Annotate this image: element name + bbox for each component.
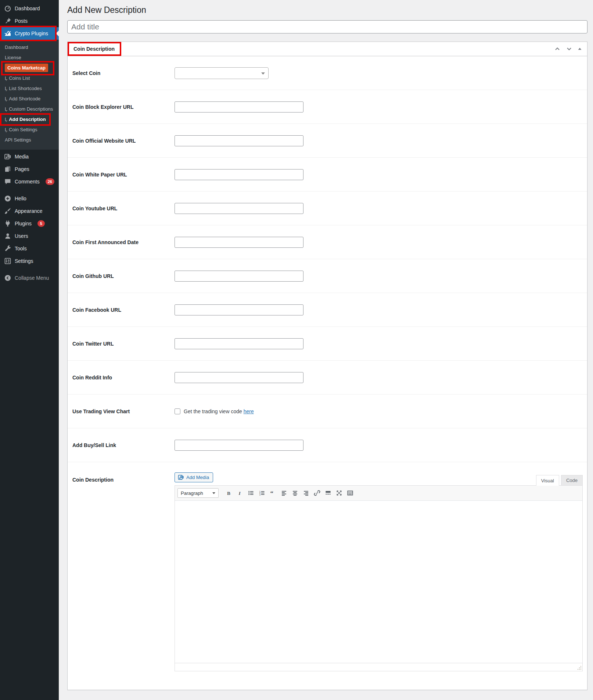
- field-label: Coin Block Explorer URL: [72, 104, 175, 110]
- form-row-use-trading-view-chart: Use Trading View ChartGet the trading vi…: [68, 394, 587, 428]
- editor-mode-tabs: VisualCode: [536, 475, 583, 485]
- submenu-prefix-glyph: Ļ: [5, 86, 7, 91]
- form-rows: Select CoinCoin Block Explorer URLCoin O…: [68, 56, 587, 690]
- sidebar-item-comments[interactable]: Comments26: [0, 175, 59, 188]
- field-control: [175, 372, 583, 383]
- field-label: Coin Description: [72, 472, 175, 483]
- field-label: Coin White Paper URL: [72, 172, 175, 178]
- coin-block-explorer-url-input[interactable]: [175, 101, 303, 113]
- sidebar-subitem-coin-settings[interactable]: ĻCoin Settings: [0, 125, 59, 135]
- sidebar-item-plugins[interactable]: Plugins5: [0, 217, 59, 230]
- sidebar-item-posts[interactable]: Posts: [0, 15, 59, 27]
- editor-content-area[interactable]: [175, 501, 582, 663]
- media-icon: [4, 153, 11, 160]
- sidebar-subitem-coins-list[interactable]: ĻCoins List: [0, 73, 59, 83]
- italic-button[interactable]: I: [235, 488, 245, 498]
- coin-youtube-url-input[interactable]: [175, 203, 303, 214]
- add-buy-sell-link-input[interactable]: [175, 440, 303, 451]
- sidebar-subitem-add-shortcode[interactable]: ĻAdd Shortcode: [0, 94, 59, 104]
- move-up-button[interactable]: [553, 45, 561, 53]
- count-badge: 26: [46, 178, 54, 185]
- use-trading-view-chart-checkbox[interactable]: [175, 408, 180, 414]
- paragraph-format-label: Paragraph: [181, 490, 203, 496]
- field-control: [175, 67, 583, 79]
- tab-visual[interactable]: Visual: [536, 475, 559, 486]
- field-label: Coin Facebook URL: [72, 307, 175, 313]
- sidebar-item-label: Settings: [15, 258, 33, 264]
- toggle-panel-button[interactable]: [577, 46, 583, 52]
- move-down-button[interactable]: [565, 45, 573, 53]
- read-more-button[interactable]: [323, 488, 333, 498]
- sidebar-subitem-dashboard[interactable]: Dashboard: [0, 42, 59, 53]
- select-coin-dropdown[interactable]: [175, 67, 269, 79]
- coin-white-paper-url-input[interactable]: [175, 169, 303, 180]
- sidebar-item-dashboard[interactable]: Dashboard: [0, 2, 59, 15]
- sidebar-subitem-coins-marketcap[interactable]: Coins Marketcap: [0, 63, 59, 73]
- numbered-list-button[interactable]: 123: [257, 488, 267, 498]
- chevron-down-icon: [212, 492, 215, 494]
- blockquote-button[interactable]: “: [268, 488, 278, 498]
- coin-reddit-info-input[interactable]: [175, 372, 303, 383]
- sidebar-item-users[interactable]: Users: [0, 230, 59, 242]
- annotation-box-metabox-title: Coin Description: [68, 42, 121, 56]
- paragraph-format-dropdown[interactable]: Paragraph: [177, 488, 219, 498]
- coin-official-website-url-input[interactable]: [175, 135, 303, 146]
- crypto-plugins-submenu: DashboardLicenseCoins MarketcapĻCoins Li…: [0, 40, 59, 150]
- sidebar-subitem-add-description[interactable]: ĻAdd Description: [0, 114, 59, 125]
- sidebar-item-label: Pages: [15, 166, 29, 172]
- sidebar-subitem-custom-descriptions[interactable]: ĻCustom Descriptions: [0, 104, 59, 114]
- submenu-item-label: Coins Marketcap: [5, 64, 48, 72]
- form-row-coin-youtube-url: Coin Youtube URL: [68, 192, 587, 225]
- bullet-list-button[interactable]: [246, 488, 256, 498]
- sidebar-item-collapse-menu[interactable]: Collapse Menu: [0, 272, 59, 284]
- sidebar-subitem-list-shortcodes[interactable]: ĻList Shortcodes: [0, 83, 59, 94]
- field-label: Coin First Announced Date: [72, 239, 175, 245]
- collapse-arrow-icon: [4, 274, 11, 282]
- chevron-down-icon: [566, 46, 572, 52]
- submenu-prefix-glyph: Ļ: [5, 117, 7, 122]
- toolbar-toggle-button[interactable]: [345, 488, 355, 498]
- link-button[interactable]: [312, 488, 322, 498]
- align-center-icon: [292, 490, 298, 496]
- media-note-icon: [178, 474, 184, 481]
- align-left-button[interactable]: [279, 488, 289, 498]
- sidebar-item-pages[interactable]: Pages: [0, 163, 59, 175]
- add-media-button[interactable]: Add Media: [175, 472, 213, 482]
- metabox-title: Coin Description: [73, 46, 115, 52]
- sidebar-item-hello[interactable]: Hello: [0, 192, 59, 205]
- field-control: [175, 237, 583, 248]
- sidebar-item-media[interactable]: Media: [0, 150, 59, 163]
- tab-code[interactable]: Code: [561, 475, 583, 485]
- coin-github-url-input[interactable]: [175, 271, 303, 282]
- coin-twitter-url-input[interactable]: [175, 338, 303, 349]
- brush-icon: [4, 207, 11, 215]
- sidebar-item-label: Posts: [15, 18, 28, 24]
- fullscreen-button[interactable]: [334, 488, 344, 498]
- coin-first-announced-date-input[interactable]: [175, 237, 303, 248]
- title-input[interactable]: [67, 20, 587, 33]
- add-media-label: Add Media: [186, 475, 209, 480]
- field-label: Use Trading View Chart: [72, 408, 175, 414]
- sidebar-item-tools[interactable]: Tools: [0, 242, 59, 255]
- submenu-item-label: List Shortcodes: [9, 86, 42, 91]
- trading-view-code-link[interactable]: here: [244, 408, 254, 414]
- sidebar-subitem-license[interactable]: License: [0, 53, 59, 63]
- sidebar-item-crypto-plugins[interactable]: Crypto Plugins: [0, 27, 59, 40]
- sidebar-subitem-api-settings[interactable]: API Settings: [0, 135, 59, 145]
- field-label: Add Buy/Sell Link: [72, 442, 175, 448]
- field-control: [175, 304, 583, 315]
- field-label: Coin Youtube URL: [72, 206, 175, 211]
- align-center-button[interactable]: [290, 488, 300, 498]
- sidebar-item-label: Hello: [15, 196, 26, 201]
- field-label: Select Coin: [72, 70, 175, 76]
- sidebar-item-settings[interactable]: Settings: [0, 255, 59, 267]
- resize-grippy-icon[interactable]: [576, 665, 582, 670]
- coin-facebook-url-input[interactable]: [175, 304, 303, 315]
- submenu-item-label: Custom Descriptions: [9, 106, 53, 112]
- sidebar-item-appearance[interactable]: Appearance: [0, 205, 59, 217]
- align-right-button[interactable]: [301, 488, 311, 498]
- field-control: [175, 338, 583, 349]
- chevron-up-icon: [554, 46, 561, 52]
- bold-button[interactable]: B: [224, 488, 234, 498]
- page-bottom-gap: [67, 690, 587, 698]
